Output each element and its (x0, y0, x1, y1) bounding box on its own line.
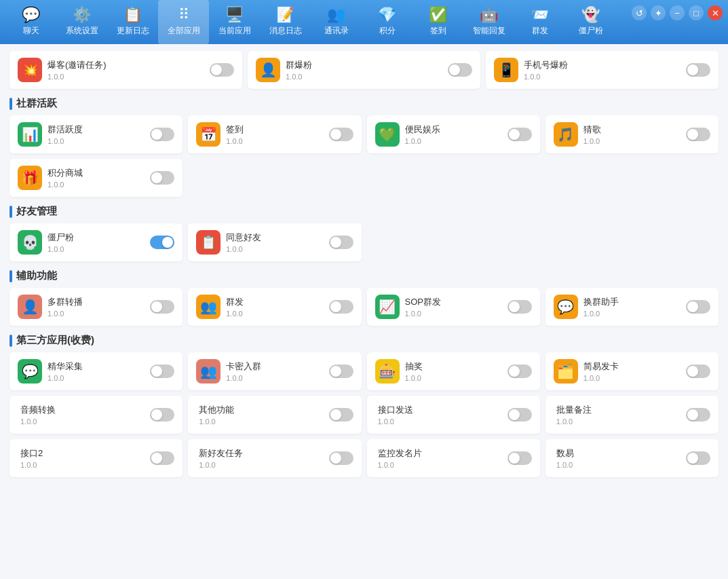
toggle-api2[interactable] (150, 451, 174, 465)
toggle-guess-song[interactable] (686, 128, 710, 141)
section-title-assist: 辅助功能 (9, 269, 719, 282)
app-version-code-join-group: 1.0.0 (226, 374, 323, 382)
toggle-phone-explode-fans[interactable] (686, 63, 710, 77)
toggle-multi-broadcast[interactable] (150, 300, 174, 314)
app-card-zombie-fans: 💀 僵尸粉 1.0.0 (9, 223, 183, 261)
toggle-track-audio-convert[interactable] (150, 408, 174, 422)
content-area: 💥 爆客(邀请任务) 1.0.0 👤 群爆粉 1.0.0 (0, 44, 728, 579)
toggle-track-monitor-card[interactable] (507, 451, 532, 465)
toggle-batch-note[interactable] (686, 408, 710, 422)
app-card-api-send: 接口发送 1.0.0 (367, 396, 540, 434)
toggle-track-zombie-fans[interactable] (150, 236, 174, 249)
points-icon: 💎 (378, 7, 396, 22)
toggle-track-code-join-group[interactable] (329, 365, 353, 378)
nav-sign-in[interactable]: ✅ 签到 (413, 0, 463, 44)
toggle-track-easy-card[interactable] (686, 365, 710, 378)
toggle-track-entertainment[interactable] (507, 128, 532, 141)
nav-all-apps[interactable]: ⠿ 全部应用 (158, 0, 209, 44)
app-card-other-functions: 其他功能 1.0.0 (188, 396, 361, 434)
toggle-code-join-group[interactable] (329, 365, 353, 378)
app-version-group-explode-fans: 1.0.0 (286, 73, 442, 81)
toggle-other-functions[interactable] (329, 408, 353, 422)
toggle-explode-guest[interactable] (210, 63, 234, 77)
nav-smart-reply[interactable]: 🤖 智能回复 (463, 0, 514, 44)
app-icon-lottery: 🎰 (375, 359, 400, 384)
nav-update-log[interactable]: 📋 更新日志 (107, 0, 158, 44)
app-icon-multi-broadcast: 👤 (18, 295, 42, 319)
toggle-easy-card[interactable] (686, 365, 710, 378)
third-party-grid-row2: 音频转换 1.0.0 其他功能 1.0.0 接口发送 1 (9, 396, 719, 434)
toggle-new-friend-task[interactable] (329, 451, 353, 465)
app-version-group-send-app: 1.0.0 (226, 310, 323, 318)
star-button[interactable]: ✦ (651, 5, 666, 20)
toggle-track-points-mall[interactable] (150, 171, 174, 185)
app-icon-sop-group-send: 📈 (375, 295, 400, 319)
app-icon-guess-song: 🎵 (554, 122, 578, 147)
nav-message-log[interactable]: 📝 消息日志 (260, 0, 311, 44)
nav-group-send[interactable]: 📨 群发 (514, 0, 565, 44)
toggle-track-sop-group-send[interactable] (507, 300, 532, 314)
toggle-track-new-friend-task[interactable] (329, 451, 353, 465)
nav-zombie-fans[interactable]: 👻 僵尸粉 (565, 0, 616, 44)
toggle-agree-friend[interactable] (329, 236, 353, 249)
toggle-track-explode-guest[interactable] (210, 63, 234, 77)
toggle-track-agree-friend[interactable] (329, 236, 353, 249)
toggle-track-batch-note[interactable] (686, 408, 710, 422)
toggle-track-extract[interactable] (150, 365, 174, 378)
app-icon-phone-explode-fans: 📱 (494, 58, 518, 82)
toggle-track-group-explode-fans[interactable] (448, 63, 472, 77)
app-name-sop-group-send: SOP群发 (405, 296, 502, 308)
app-info-easy-card: 简易发卡 1.0.0 (583, 360, 681, 382)
toggle-track-other-functions[interactable] (329, 408, 353, 422)
refresh-button[interactable]: ↺ (632, 5, 647, 20)
app-card-api2: 接口2 1.0.0 (9, 439, 183, 477)
nav-chat[interactable]: 💬 聊天 (5, 0, 56, 44)
app-card-points-mall: 🎁 积分商城 1.0.0 (9, 159, 183, 197)
toggle-lottery[interactable] (507, 365, 532, 378)
toggle-group-activity[interactable] (150, 128, 174, 141)
toggle-track-shuyi[interactable] (686, 451, 710, 465)
app-info-api-send: 接口发送 1.0.0 (378, 404, 502, 426)
toggle-points-mall[interactable] (150, 171, 174, 185)
toggle-audio-convert[interactable] (150, 408, 174, 422)
toggle-track-guess-song[interactable] (686, 128, 710, 141)
app-name-explode-guest: 爆客(邀请任务) (47, 59, 204, 71)
toggle-track-lottery[interactable] (507, 365, 532, 378)
app-card-entertainment: 💚 便民娱乐 1.0.0 (367, 115, 540, 153)
app-name-lottery: 抽奖 (405, 360, 502, 373)
toggle-track-group-activity[interactable] (150, 128, 174, 141)
toggle-track-switch-group[interactable] (686, 300, 710, 314)
restore-button[interactable]: □ (689, 5, 704, 20)
toggle-track-group-send-app[interactable] (329, 300, 353, 314)
nav-contacts[interactable]: 👥 通讯录 (311, 0, 362, 44)
toggle-track-multi-broadcast[interactable] (150, 300, 174, 314)
app-info-lottery: 抽奖 1.0.0 (405, 360, 502, 382)
toggle-shuyi[interactable] (686, 451, 710, 465)
nav-settings[interactable]: ⚙️ 系统设置 (56, 0, 107, 44)
toggle-group-explode-fans[interactable] (448, 63, 472, 77)
toggle-track-phone-explode-fans[interactable] (686, 63, 710, 77)
nav-current-app[interactable]: 🖥️ 当前应用 (209, 0, 260, 44)
app-card-sign-in-app: 📅 签到 1.0.0 (188, 115, 361, 153)
toggle-track-sign-in-app[interactable] (329, 128, 353, 141)
chat-icon: 💬 (22, 7, 40, 22)
nav-points[interactable]: 💎 积分 (362, 0, 413, 44)
toggle-sop-group-send[interactable] (507, 300, 532, 314)
minimize-button[interactable]: − (670, 5, 685, 20)
toggle-api-send[interactable] (507, 408, 532, 422)
toggle-entertainment[interactable] (507, 128, 532, 141)
toggle-monitor-card[interactable] (507, 451, 532, 465)
friend-mgmt-grid: 💀 僵尸粉 1.0.0 📋 同意好友 1.0.0 (9, 223, 719, 261)
toggle-sign-in-app[interactable] (329, 128, 353, 141)
toggle-zombie-fans[interactable] (150, 236, 174, 249)
app-card-group-activity: 📊 群活跃度 1.0.0 (9, 115, 183, 153)
toggle-switch-group[interactable] (686, 300, 710, 314)
toggle-track-api-send[interactable] (507, 408, 532, 422)
toggle-group-send-app[interactable] (329, 300, 353, 314)
toggle-track-api2[interactable] (150, 451, 174, 465)
app-version-easy-card: 1.0.0 (583, 374, 681, 382)
app-card-monitor-card: 监控发名片 1.0.0 (367, 439, 540, 477)
toggle-extract[interactable] (150, 365, 174, 378)
close-button[interactable]: ✕ (708, 5, 723, 20)
group-send-icon: 📨 (531, 7, 549, 22)
